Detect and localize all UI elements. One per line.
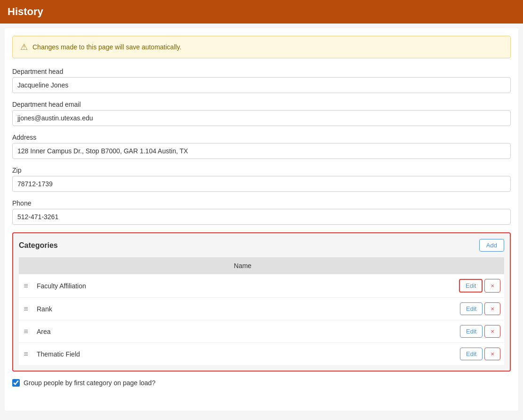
category-name: Thematic Field [33, 343, 452, 365]
table-row: ≡Thematic FieldEdit× [19, 343, 504, 365]
drag-handle-icon: ≡ [24, 305, 28, 313]
categories-title: Categories [19, 241, 58, 250]
zip-group: Zip [12, 166, 511, 192]
phone-group: Phone [12, 199, 511, 225]
alert-box: ⚠ Changes made to this page will save au… [12, 36, 511, 58]
zip-input[interactable] [12, 176, 511, 192]
page-title: History [8, 6, 43, 17]
address-group: Address [12, 134, 511, 159]
drag-handle-icon: ≡ [24, 350, 28, 358]
category-name: Rank [33, 298, 452, 320]
main-content: ⚠ Changes made to this page will save au… [5, 28, 518, 411]
table-header-row: Name [19, 257, 504, 274]
zip-label: Zip [12, 166, 511, 174]
edit-category-button-3[interactable]: Edit [460, 325, 483, 338]
table-header-name: Name [33, 257, 452, 274]
categories-table: Name ≡Faculty AffiliationEdit×≡RankEdit×… [19, 257, 504, 365]
department-head-input[interactable] [12, 77, 511, 93]
table-header-actions [452, 257, 504, 274]
delete-category-button-1[interactable]: × [484, 279, 500, 293]
table-header-drag [19, 257, 33, 274]
delete-category-button-4[interactable]: × [484, 348, 500, 360]
phone-input[interactable] [12, 209, 511, 225]
table-row: ≡AreaEdit× [19, 320, 504, 343]
department-head-label: Department head [12, 68, 511, 75]
table-row: ≡RankEdit× [19, 298, 504, 320]
add-category-button[interactable]: Add [479, 239, 504, 252]
department-head-email-label: Department head email [12, 101, 511, 108]
categories-section: Categories Add Name ≡Faculty Affiliation… [12, 232, 511, 372]
group-by-category-label[interactable]: Group people by first category on page l… [24, 379, 155, 387]
department-head-group: Department head [12, 68, 511, 93]
delete-category-button-2[interactable]: × [484, 302, 500, 315]
alert-message: Changes made to this page will save auto… [32, 43, 181, 51]
category-name: Area [33, 320, 452, 343]
edit-category-button-2[interactable]: Edit [460, 302, 483, 315]
department-head-email-group: Department head email [12, 101, 511, 126]
warning-icon: ⚠ [20, 42, 28, 52]
address-label: Address [12, 134, 511, 141]
group-by-category-row: Group people by first category on page l… [12, 379, 511, 387]
delete-category-button-3[interactable]: × [484, 325, 500, 338]
category-name: Faculty Affiliation [33, 274, 452, 298]
edit-category-button-1[interactable]: Edit [459, 279, 483, 293]
group-by-category-checkbox[interactable] [12, 379, 20, 387]
department-head-email-input[interactable] [12, 110, 511, 126]
edit-category-button-4[interactable]: Edit [460, 348, 483, 360]
address-input[interactable] [12, 143, 511, 159]
drag-handle-icon: ≡ [24, 282, 28, 290]
table-row: ≡Faculty AffiliationEdit× [19, 274, 504, 298]
drag-handle-icon: ≡ [24, 327, 28, 335]
categories-header: Categories Add [19, 239, 504, 252]
app-header: History [0, 0, 523, 24]
phone-label: Phone [12, 199, 511, 207]
